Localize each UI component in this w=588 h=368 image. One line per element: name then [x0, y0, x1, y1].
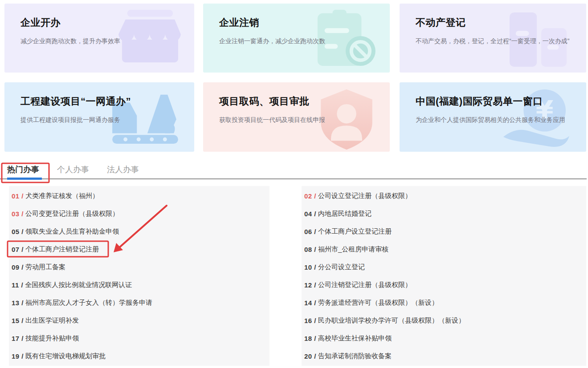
- service-item-20[interactable]: 20 /告知承诺制消防验收备案: [302, 347, 586, 365]
- service-title: 公司注销登记注册（县级权限）: [318, 281, 412, 289]
- service-title: 出生医学证明补发: [25, 316, 79, 325]
- service-item-02[interactable]: 02 /公司设立登记注册（县级权限）: [302, 187, 586, 205]
- service-title: 公司变更登记注册（县级权限）: [25, 210, 119, 218]
- service-item-07[interactable]: 07 /个体工商户注销登记注册: [9, 240, 270, 258]
- service-item-04[interactable]: 04 /内地居民结婚登记: [302, 205, 586, 222]
- service-rank: 05 /: [12, 228, 24, 235]
- service-rank: 13 /: [12, 299, 24, 307]
- service-item-12[interactable]: 12 /公司注销登记注册（县级权限）: [302, 276, 586, 294]
- card-title: 企业注销: [203, 4, 390, 29]
- service-rank: 07 /: [12, 246, 24, 253]
- service-item-18[interactable]: 18 /高校毕业生社保补贴申领: [302, 329, 586, 347]
- hot-services-panel-right: 02 /公司设立登记注册（县级权限）04 /内地居民结婚登记06 /个体工商户设…: [302, 186, 586, 366]
- service-item-16[interactable]: 16 /民办职业培训学校办学许可（县级权限）（新设）: [302, 311, 586, 329]
- card-title: 不动产登记: [400, 4, 586, 29]
- card-project-code-approval[interactable]: 项目取码、项目审批获取投资项目统一代码及项目在线申报: [203, 82, 390, 152]
- service-item-08[interactable]: 08 /福州市_公租房申请审核: [302, 240, 586, 258]
- service-title: 福州市高层次人才子女入（转）学服务申请: [25, 299, 152, 307]
- service-rank: 10 /: [304, 263, 316, 271]
- card-title: 工程建设项目“一网通办”: [4, 82, 194, 108]
- service-title: 技能提升补贴申领: [25, 334, 79, 343]
- service-rank: 14 /: [304, 299, 316, 307]
- active-tab-underline: [7, 178, 42, 180]
- service-item-13[interactable]: 13 /福州市高层次人才子女入（转）学服务申请: [9, 294, 270, 311]
- service-rank: 03 /: [12, 210, 24, 218]
- service-item-09[interactable]: 09 /劳动用工备案: [9, 258, 270, 276]
- card-trade-single-window[interactable]: ¥中国(福建)国际贸易单一窗口为企业和个人提供国际贸易相关的公共服务和业务应用: [400, 82, 586, 152]
- service-rank: 08 /: [304, 246, 316, 253]
- service-title: 劳务派遣经营许可（县级权限）（新设）: [318, 299, 438, 307]
- service-rank: 15 /: [12, 317, 24, 324]
- service-rank: 04 /: [304, 210, 316, 218]
- tabs-divider: [0, 178, 587, 179]
- card-title: 企业开办: [4, 4, 194, 29]
- service-title: 高校毕业生社保补贴申领: [318, 334, 392, 343]
- hot-services-panel-left: 01 /犬类准养证核发（福州）03 /公司变更登记注册（县级权限）05 /领取失…: [9, 186, 270, 366]
- service-rank: 09 /: [12, 263, 24, 271]
- service-rank: 18 /: [304, 335, 316, 342]
- service-rank: 12 /: [304, 281, 316, 289]
- card-desc: 企业注销一窗通办，减少企业跑动次数: [219, 36, 379, 46]
- service-title: 告知承诺制消防验收备案: [318, 352, 392, 360]
- service-item-17[interactable]: 17 /技能提升补贴申领: [9, 329, 270, 347]
- service-item-11[interactable]: 11 /全国残疾人按比例就业情况联网认证: [9, 276, 270, 294]
- tab-legal-entity-services[interactable]: 法人办事: [107, 164, 139, 175]
- service-rank: 06 /: [304, 228, 316, 235]
- card-construction-project-online[interactable]: 工程建设项目“一网通办”提供工程建设项目报批一网通办服务: [4, 82, 194, 152]
- services-tabs: 热门办事个人办事法人办事: [7, 164, 139, 175]
- card-desc: 减少企业商跑动次数，提升办事效率: [20, 36, 184, 46]
- service-item-19[interactable]: 19 /既有住宅增设电梯规划审批: [9, 347, 270, 365]
- service-rank: 16 /: [304, 317, 316, 324]
- service-title: 个体工商户设立登记注册: [318, 227, 392, 236]
- service-title: 劳动用工备案: [25, 263, 65, 271]
- tab-personal-services[interactable]: 个人办事: [57, 164, 89, 175]
- service-title: 分公司设立登记: [318, 263, 365, 271]
- service-title: 民办职业培训学校办学许可（县级权限）（新设）: [318, 316, 465, 325]
- card-desc: 获取投资项目统一代码及项目在线申报: [219, 115, 379, 125]
- service-rank: 17 /: [12, 335, 24, 342]
- card-desc: 为企业和个人提供国际贸易相关的公共服务和业务应用: [416, 115, 576, 125]
- service-title: 内地居民结婚登记: [318, 210, 372, 218]
- service-item-06[interactable]: 06 /个体工商户设立登记注册: [302, 222, 586, 240]
- service-title: 个体工商户注销登记注册: [25, 245, 99, 254]
- service-title: 福州市_公租房申请审核: [318, 245, 388, 254]
- card-business-deregistration[interactable]: 企业注销企业注销一窗通办，减少企业跑动次数: [203, 4, 390, 73]
- service-title: 公司设立登记注册（县级权限）: [318, 192, 412, 200]
- card-title: 中国(福建)国际贸易单一窗口: [400, 82, 586, 108]
- service-item-05[interactable]: 05 /领取失业金人员生育补助金申领: [9, 222, 270, 240]
- service-title: 既有住宅增设电梯规划审批: [25, 352, 106, 360]
- service-rank: 01 /: [12, 192, 24, 200]
- service-item-14[interactable]: 14 /劳务派遣经营许可（县级权限）（新设）: [302, 294, 586, 311]
- service-rank: 19 /: [12, 352, 24, 360]
- service-title: 全国残疾人按比例就业情况联网认证: [25, 281, 132, 289]
- service-title: 犬类准养证核发（福州）: [25, 192, 99, 200]
- card-business-opening[interactable]: 企业开办减少企业商跑动次数，提升办事效率: [4, 4, 194, 73]
- service-item-10[interactable]: 10 /分公司设立登记: [302, 258, 586, 276]
- card-desc: 不动产交易，办税，登记，全过程“一窗受理，一次办成”: [416, 36, 576, 46]
- card-title: 项目取码、项目审批: [203, 82, 390, 108]
- service-rank: 11 /: [12, 281, 23, 289]
- service-rank: 20 /: [304, 352, 316, 360]
- service-item-01[interactable]: 01 /犬类准养证核发（福州）: [9, 187, 270, 205]
- service-rank: 02 /: [304, 192, 316, 200]
- service-title: 领取失业金人员生育补助金申领: [25, 227, 119, 236]
- service-item-15[interactable]: 15 /出生医学证明补发: [9, 311, 270, 329]
- card-desc: 提供工程建设项目报批一网通办服务: [20, 115, 184, 125]
- card-real-estate-registration[interactable]: 不动产登记不动产交易，办税，登记，全过程“一窗受理，一次办成”: [400, 4, 586, 73]
- service-item-03[interactable]: 03 /公司变更登记注册（县级权限）: [9, 205, 270, 222]
- tab-hot-services[interactable]: 热门办事: [7, 164, 39, 175]
